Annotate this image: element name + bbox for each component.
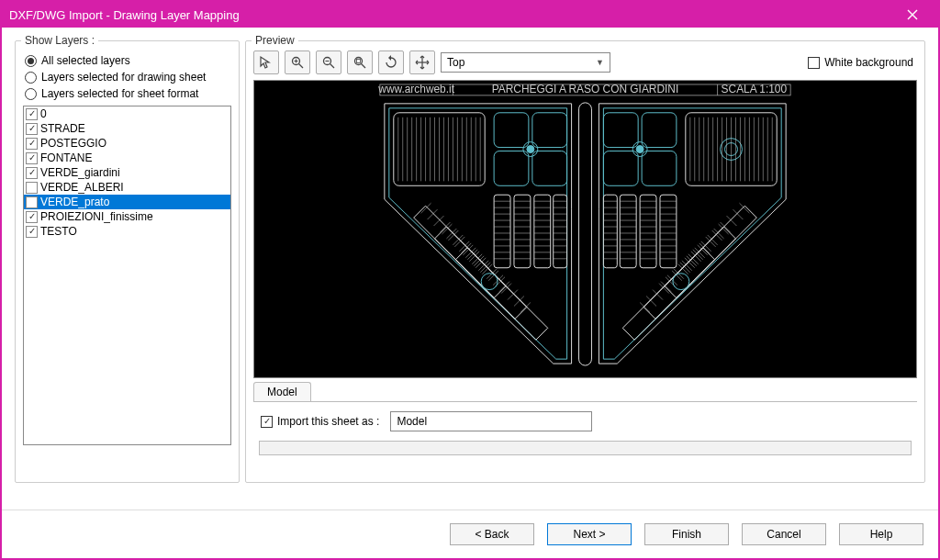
layer-item[interactable]: VERDE_prato: [24, 195, 230, 209]
next-button[interactable]: Next >: [547, 523, 632, 545]
layer-item[interactable]: FONTANE: [24, 151, 230, 165]
svg-rect-20: [494, 113, 529, 148]
svg-line-10: [362, 64, 366, 69]
svg-line-92: [434, 216, 444, 226]
svg-line-7: [330, 64, 335, 69]
layer-label: VERDE_ALBERI: [40, 181, 124, 194]
svg-rect-22: [494, 151, 529, 186]
layer-item[interactable]: POSTEGGIO: [24, 136, 230, 151]
preview-canvas[interactable]: www.archweb.it PARCHEGGI A RASO CON GIAR…: [253, 80, 917, 378]
layer-checkbox[interactable]: [26, 226, 38, 238]
pick-tool-button[interactable]: [253, 50, 279, 74]
zoom-in-button[interactable]: [285, 50, 310, 74]
left-panel: Show Layers : All selected layers Layers…: [15, 40, 240, 483]
view-dropdown-value: Top: [447, 56, 464, 69]
svg-rect-49: [554, 195, 567, 268]
layer-checkbox[interactable]: [26, 108, 38, 120]
svg-rect-150: [660, 195, 677, 268]
svg-line-119: [520, 303, 531, 313]
layer-label: VERDE_prato: [40, 196, 109, 208]
layer-label: 0: [40, 107, 47, 120]
import-sheet-label: Import this sheet as :: [277, 415, 379, 428]
zoom-out-button[interactable]: [316, 50, 341, 74]
pan-button[interactable]: [409, 50, 435, 74]
svg-rect-124: [642, 151, 677, 186]
layer-item[interactable]: STRADE: [24, 121, 230, 136]
layer-checkbox[interactable]: [26, 167, 38, 179]
view-dropdown[interactable]: Top ▼: [441, 52, 610, 73]
layer-item[interactable]: TESTO: [24, 224, 230, 239]
layer-item[interactable]: PROIEZIONI_finissime: [24, 209, 230, 224]
white-background-checkbox[interactable]: White background: [808, 56, 913, 69]
footer-buttons: < Back Next > Finish Cancel Help: [2, 510, 938, 558]
radio-label: Layers selected for drawing sheet: [41, 71, 206, 84]
svg-point-25: [527, 146, 534, 153]
svg-rect-47: [514, 195, 531, 268]
rotate-icon: [384, 55, 398, 70]
layer-label: VERDE_giardini: [40, 166, 120, 179]
svg-line-223: [640, 303, 650, 313]
layer-label: STRADE: [40, 122, 85, 135]
tab-content: Import this sheet as :: [253, 401, 917, 461]
cancel-button[interactable]: Cancel: [742, 523, 826, 545]
layer-item[interactable]: VERDE_giardini: [24, 165, 230, 180]
svg-rect-48: [534, 195, 551, 268]
radio-sheet-format[interactable]: Layers selected for sheet format: [25, 87, 229, 100]
layer-checkbox[interactable]: [26, 138, 38, 150]
layer-checkbox[interactable]: [26, 152, 38, 164]
svg-point-127: [636, 146, 643, 153]
close-button[interactable]: [894, 2, 931, 28]
layer-checkbox[interactable]: [26, 196, 38, 208]
svg-line-195: [733, 209, 744, 219]
svg-rect-11: [357, 60, 361, 63]
layer-checkbox[interactable]: [26, 123, 38, 135]
svg-rect-121: [579, 103, 592, 365]
tab-model[interactable]: Model: [253, 382, 311, 401]
back-button[interactable]: < Back: [450, 523, 534, 545]
sheet-tabs: Model: [253, 382, 917, 401]
svg-rect-125: [603, 151, 638, 186]
preview-legend: Preview: [252, 34, 298, 47]
layer-item[interactable]: VERDE_ALBERI: [24, 180, 230, 195]
import-sheet-checkbox[interactable]: Import this sheet as :: [261, 415, 379, 428]
svg-line-221: [653, 290, 663, 300]
import-sheet-input[interactable]: [390, 411, 592, 431]
svg-line-117: [508, 290, 518, 300]
layer-checkbox[interactable]: [26, 211, 38, 223]
preview-toolbar: Top ▼ White background: [253, 50, 917, 74]
layer-list[interactable]: 0STRADEPOSTEGGIOFONTANEVERDE_giardiniVER…: [23, 106, 231, 445]
svg-line-3: [299, 64, 304, 69]
content-area: Show Layers : All selected layers Layers…: [2, 28, 938, 496]
layer-checkbox[interactable]: [26, 182, 38, 194]
show-layers-group: Show Layers : All selected layers Layers…: [15, 40, 240, 483]
radio-icon: [25, 88, 37, 100]
svg-text:PARCHEGGI A RASO CON GIARDINI: PARCHEGGI A RASO CON GIARDINI: [492, 83, 679, 95]
checkbox-icon: [261, 416, 273, 428]
svg-line-90: [421, 203, 431, 213]
layer-item[interactable]: 0: [24, 106, 230, 121]
preview-group: Preview Top ▼ White background: [245, 40, 925, 483]
svg-line-196: [727, 216, 737, 226]
rotate-button[interactable]: [378, 50, 404, 74]
help-button[interactable]: Help: [839, 523, 923, 545]
chevron-down-icon: ▼: [596, 58, 604, 67]
svg-line-222: [646, 297, 656, 307]
layer-label: FONTANE: [40, 151, 92, 164]
finish-button[interactable]: Finish: [644, 523, 729, 545]
svg-point-9: [355, 58, 363, 65]
radio-all-layers[interactable]: All selected layers: [25, 54, 229, 67]
zoom-in-icon: [290, 55, 305, 70]
svg-text:www.archweb.it: www.archweb.it: [377, 83, 454, 95]
progress-bar: [259, 441, 912, 455]
zoom-fit-icon: [352, 55, 367, 70]
pan-icon: [415, 55, 430, 70]
title-bar: DXF/DWG Import - Drawing Layer Mapping: [2, 2, 938, 28]
window-title: DXF/DWG Import - Drawing Layer Mapping: [9, 8, 240, 22]
svg-rect-152: [620, 195, 636, 268]
show-layers-legend: Show Layers :: [21, 34, 98, 47]
zoom-fit-button[interactable]: [347, 50, 373, 74]
layer-label: POSTEGGIO: [40, 137, 106, 150]
white-background-label: White background: [824, 56, 913, 69]
radio-drawing-sheet[interactable]: Layers selected for drawing sheet: [25, 71, 229, 84]
radio-label: Layers selected for sheet format: [41, 87, 198, 100]
